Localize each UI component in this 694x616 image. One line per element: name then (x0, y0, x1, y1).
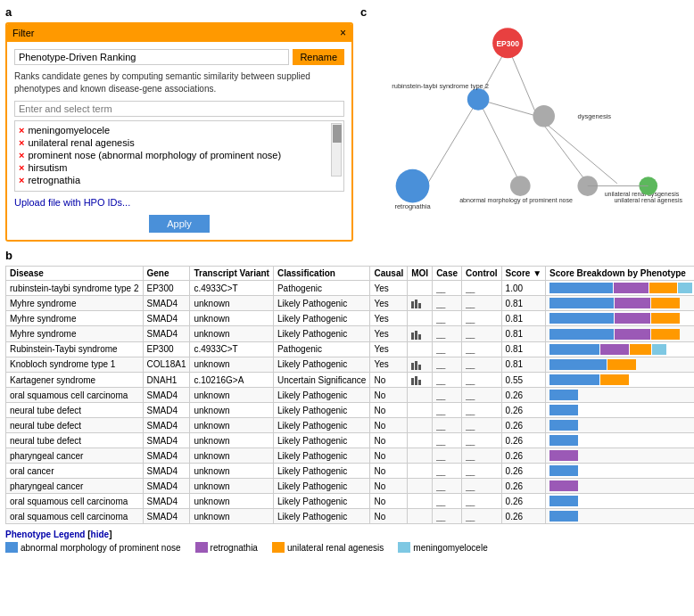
score-bar-cell (546, 296, 694, 311)
table-cell: No (370, 448, 408, 464)
phenotype-label: meningomyelocele (28, 125, 110, 136)
node-abnormal-nose[interactable] (510, 176, 531, 196)
table-cell: No (370, 418, 408, 433)
legend-item: unilateral renal agenesis (272, 542, 384, 553)
table-cell: Myhre syndrome (6, 311, 144, 326)
table-cell: oral cancer (6, 464, 144, 479)
table-cell: No (370, 403, 408, 418)
table-cell: Uncertain Significance (273, 373, 370, 388)
table-cell: rubinstein-taybi syndrome type 2 (6, 281, 144, 296)
table-cell: unknown (190, 433, 273, 448)
table-header-row: Disease Gene Transcript Variant Classifi… (6, 267, 695, 281)
node-unilateral-renal-agenesis-label: unilateral renal agenesis (614, 197, 682, 204)
svg-rect-8 (411, 301, 414, 308)
legend-color-swatch (398, 542, 410, 553)
table-cell: c.4933C>T (190, 341, 273, 357)
svg-rect-13 (418, 334, 421, 340)
table-cell: SMAD4 (143, 296, 190, 311)
svg-rect-11 (411, 333, 414, 340)
table-cell (408, 326, 433, 341)
table-cell: ⎯⎯ (462, 433, 502, 448)
score-bar-cell (546, 341, 694, 357)
node-retrognathia[interactable] (396, 169, 430, 203)
table-cell: unknown (190, 388, 273, 403)
table-cell: 0.26 (501, 479, 545, 494)
score-bar-cell (546, 464, 694, 479)
panel-a-label: a (5, 5, 353, 19)
table-cell: ⎯⎯ (462, 281, 502, 296)
scrollbar[interactable] (331, 123, 342, 177)
filter-name-row: Rename (14, 49, 344, 65)
filter-header: Filter × (7, 24, 351, 42)
table-cell (408, 388, 433, 403)
table-cell: 0.81 (501, 296, 545, 311)
table-cell: Pathogenic (273, 341, 370, 357)
table-cell: SMAD4 (143, 464, 190, 479)
apply-button[interactable]: Apply (149, 215, 210, 233)
table-cell: ⎯⎯ (462, 341, 502, 357)
table-cell (408, 403, 433, 418)
col-variant: Transcript Variant (190, 267, 273, 281)
remove-icon[interactable]: × (19, 175, 24, 185)
panel-b-label: b (5, 249, 689, 262)
remove-icon[interactable]: × (19, 162, 24, 173)
score-bar-cell (546, 326, 694, 341)
legend-item-label: meningomyelocele (413, 543, 487, 553)
legend-color-swatch (272, 542, 285, 553)
table-cell (408, 433, 433, 448)
table-cell: 0.81 (501, 341, 545, 357)
table-cell: Likely Pathogenic (273, 357, 370, 372)
filter-name-input[interactable] (14, 49, 289, 65)
table-cell: No (370, 373, 408, 388)
list-item: × prominent nose (abnormal morphology of… (19, 150, 340, 160)
table-row: neural tube defectSMAD4unknownLikely Pat… (6, 433, 695, 448)
table-cell: SMAD4 (143, 418, 190, 433)
phenotype-label: retrognathia (28, 175, 80, 185)
table-cell (408, 373, 433, 388)
table-cell: 0.26 (501, 403, 545, 418)
table-cell: Rubinstein-Taybi syndrome (6, 341, 144, 357)
node-dysgenesis[interactable] (533, 105, 555, 127)
table-row: oral cancerSMAD4unknownLikely Pathogenic… (6, 464, 695, 479)
remove-icon[interactable]: × (19, 125, 24, 136)
results-table: Disease Gene Transcript Variant Classifi… (5, 266, 694, 524)
table-cell: ⎯⎯ (433, 296, 462, 311)
filter-description: Ranks candidate genes by computing seman… (14, 70, 344, 95)
col-disease: Disease (6, 267, 144, 281)
table-cell: Yes (370, 326, 408, 341)
table-cell: unknown (190, 296, 273, 311)
score-bar-cell (546, 311, 694, 326)
svg-line-5 (537, 116, 617, 183)
filter-body: Rename Ranks candidate genes by computin… (7, 42, 351, 240)
remove-icon[interactable]: × (19, 137, 24, 148)
table-cell: 0.26 (501, 494, 545, 509)
remove-icon[interactable]: × (19, 150, 24, 160)
close-icon[interactable]: × (340, 27, 346, 39)
table-cell (408, 448, 433, 464)
table-cell: ⎯⎯ (433, 341, 462, 357)
panel-c-label: c (360, 5, 689, 19)
table-cell: neural tube defect (6, 433, 144, 448)
node-rubinstein[interactable] (467, 88, 490, 111)
table-cell: ⎯⎯ (433, 373, 462, 388)
legend-hide-link[interactable]: hide (91, 530, 110, 539)
node-ep300-label: EP300 (496, 39, 519, 48)
table-cell: Kartagener syndrome (6, 373, 144, 388)
table-cell: Likely Pathogenic (273, 494, 370, 509)
upload-hpo-link[interactable]: Upload file with HPO IDs... (14, 197, 344, 208)
table-cell: neural tube defect (6, 418, 144, 433)
table-row: neural tube defectSMAD4unknownLikely Pat… (6, 418, 695, 433)
svg-rect-16 (418, 365, 421, 370)
rename-button[interactable]: Rename (293, 49, 344, 65)
table-cell: Likely Pathogenic (273, 479, 370, 494)
table-cell: SMAD4 (143, 311, 190, 326)
col-causal: Causal (370, 267, 408, 281)
scrollbar-thumb[interactable] (333, 125, 342, 143)
phenotype-search-input[interactable] (14, 101, 344, 117)
table-row: Kartagener syndromeDNAH1c.10216G>AUncert… (6, 373, 695, 388)
col-score[interactable]: Score ▼ (501, 267, 545, 281)
table-cell: unknown (190, 326, 273, 341)
score-bar-cell (546, 479, 694, 494)
list-item: × meningomyelocele (19, 125, 340, 136)
svg-line-3 (478, 99, 520, 183)
